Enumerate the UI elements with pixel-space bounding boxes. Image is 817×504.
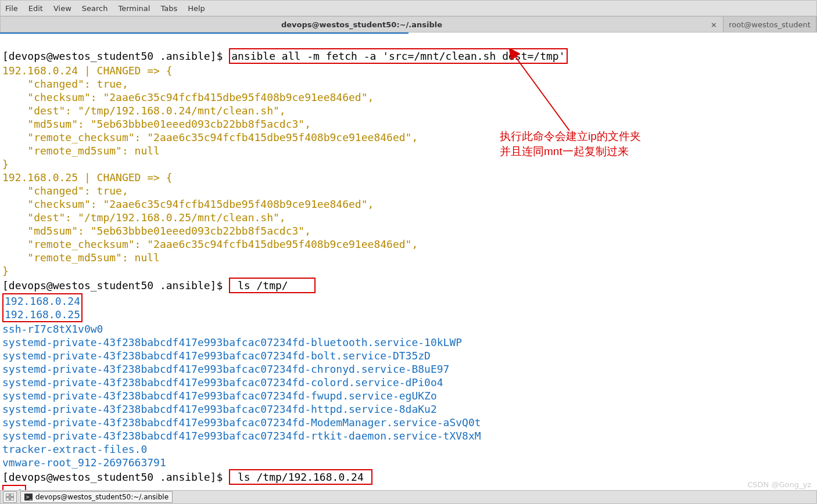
highlight-cmd3: ls /tmp/192.168.0.24 [229, 469, 372, 485]
svg-rect-1 [6, 494, 9, 496]
tab-active-label: devops@westos_student50:~/.ansible [281, 20, 442, 29]
highlight-cmd2: ls /tmp/ [229, 278, 316, 293]
menu-edit[interactable]: Edit [28, 4, 43, 13]
annotation-text: 执行此命令会建立ip的文件夹 并且连同mnt一起复制过来 [500, 129, 641, 159]
taskbar: >_ devops@westos_student50:~/.ansible [0, 490, 817, 504]
tab-inactive[interactable]: root@westos_student [723, 17, 816, 32]
taskbar-window-title: devops@westos_student50:~/.ansible [35, 493, 169, 501]
prompt: [devops@westos_student50 .ansible]$ [2, 279, 229, 291]
close-icon[interactable]: × [711, 20, 717, 29]
prompt: [devops@westos_student50 .ansible]$ [2, 471, 229, 483]
tab-inactive-label: root@westos_student [729, 20, 811, 29]
menubar: File Edit View Search Terminal Tabs Help [0, 0, 817, 16]
terminal-output[interactable]: [devops@westos_student50 .ansible]$ ansi… [0, 34, 817, 502]
menu-search[interactable]: Search [82, 4, 108, 13]
ls-output: ssh-rI7c8tX1v0w0 systemd-private-43f238b… [2, 323, 481, 469]
menu-tabs[interactable]: Tabs [160, 4, 177, 13]
menu-help[interactable]: Help [188, 4, 205, 13]
svg-rect-2 [10, 494, 14, 496]
menu-view[interactable]: View [53, 4, 71, 13]
tab-active[interactable]: devops@westos_student50:~/.ansible × [1, 17, 723, 32]
svg-rect-3 [6, 498, 9, 501]
menu-file[interactable]: File [5, 4, 18, 13]
svg-rect-4 [10, 498, 14, 501]
highlight-ip-list: 192.168.0.24 192.168.0.25 [2, 293, 83, 322]
tabbar: devops@westos_student50:~/.ansible × roo… [0, 16, 817, 33]
svg-text:>_: >_ [26, 495, 33, 500]
taskbar-window[interactable]: >_ devops@westos_student50:~/.ansible [20, 491, 173, 503]
workspace-switcher-icon[interactable] [3, 491, 17, 503]
highlight-cmd1: ansible all -m fetch -a 'src=/mnt/clean.… [229, 48, 567, 64]
menu-terminal[interactable]: Terminal [118, 4, 150, 13]
ansible-output-1: 192.168.0.24 | CHANGED => { "changed": t… [2, 64, 418, 277]
prompt: [devops@westos_student50 .ansible]$ [2, 50, 229, 62]
watermark: CSDN @Gong_yz [747, 480, 811, 489]
terminal-icon: >_ [24, 494, 33, 501]
